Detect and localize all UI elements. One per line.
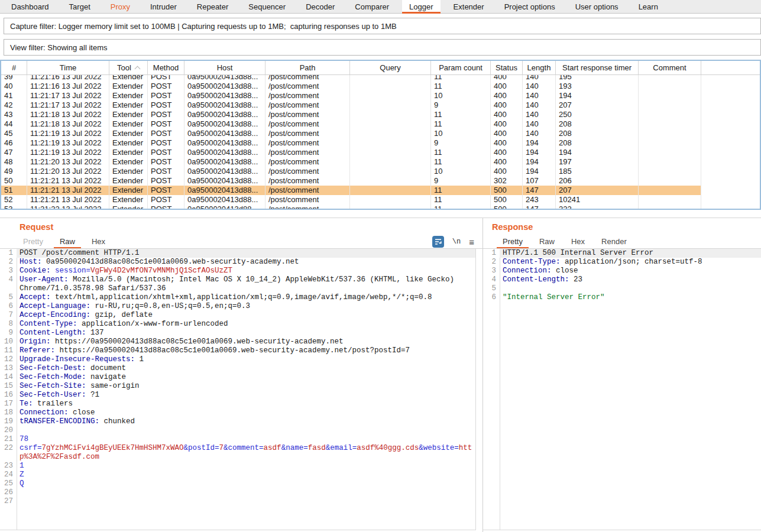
table-row[interactable]: 4811:21:20 13 Jul 2022ExtenderPOST0a9500… [1, 157, 701, 167]
column-header-path[interactable]: Path [265, 61, 350, 74]
column-header-num[interactable]: # [1, 61, 27, 74]
line-content: User-Agent: Mozilla/5.0 (Macintosh; Inte… [17, 275, 475, 293]
view-filter-bar[interactable]: View filter: Showing all items [4, 39, 761, 56]
column-header-host[interactable]: Host [184, 61, 265, 74]
tab-repeater[interactable]: Repeater [190, 0, 235, 13]
table-row[interactable]: 4711:21:19 13 Jul 2022ExtenderPOST0a9500… [1, 148, 701, 157]
response-tab-raw[interactable]: Raw [531, 235, 563, 248]
cell-method: POST [148, 138, 184, 148]
cell-query [350, 119, 431, 129]
table-row[interactable]: 5011:21:21 13 Jul 2022ExtenderPOST0a9500… [1, 176, 701, 186]
cell-param_count: 10 [431, 91, 491, 100]
line-content: Te: trailers [17, 400, 475, 408]
tab-project-options[interactable]: Project options [497, 0, 562, 13]
logger-table[interactable]: #TimeToolMethodHostPathQueryParam countS… [0, 60, 761, 210]
table-row[interactable]: 4911:21:20 13 Jul 2022ExtenderPOST0a9500… [1, 167, 701, 176]
column-header-status[interactable]: Status [491, 61, 523, 74]
response-editor[interactable]: 1HTTP/1.1 500 Internal Server Error2Cont… [483, 249, 761, 530]
table-row[interactable]: 5211:21:21 13 Jul 2022ExtenderPOST0a9500… [1, 195, 701, 205]
code-line: 13Sec-Fetch-Dest: document [0, 364, 475, 373]
tab-learn[interactable]: Learn [632, 0, 665, 13]
table-row[interactable]: 4511:21:19 13 Jul 2022ExtenderPOST0a9500… [1, 129, 701, 138]
tab-extender[interactable]: Extender [446, 0, 491, 13]
cell-method: POST [148, 157, 184, 167]
tab-decoder[interactable]: Decoder [299, 0, 342, 13]
code-line: 9Content-Length: 137 [0, 329, 475, 338]
pretty-print-icon[interactable] [432, 236, 444, 248]
column-header-param_count[interactable]: Param count [431, 61, 491, 74]
cell-status: 400 [491, 100, 523, 110]
line-number: 27 [0, 497, 17, 506]
column-header-length[interactable]: Length [523, 61, 556, 74]
line-number: 10 [0, 338, 17, 346]
cell-num: 45 [1, 129, 27, 138]
cell-start_response_timer: 197 [556, 157, 639, 167]
cell-host: 0a9500020413d88... [184, 205, 265, 209]
column-header-query[interactable]: Query [350, 61, 431, 74]
table-row[interactable]: 4411:21:18 13 Jul 2022ExtenderPOST0a9500… [1, 119, 701, 129]
cell-time: 11:21:21 13 Jul 2022 [27, 195, 109, 205]
line-number: 22 [0, 444, 17, 462]
line-content: Content-Type: application/x-www-form-url… [17, 320, 475, 329]
cell-tool: Extender [109, 75, 148, 82]
line-number: 4 [0, 275, 17, 293]
cell-host: 0a9500020413d88... [184, 176, 265, 186]
table-row[interactable]: 4311:21:18 13 Jul 2022ExtenderPOST0a9500… [1, 110, 701, 119]
response-tab-pretty[interactable]: Pretty [494, 235, 531, 248]
column-header-tool[interactable]: Tool [109, 61, 148, 74]
column-header-time[interactable]: Time [27, 61, 109, 74]
cell-start_response_timer: 206 [556, 176, 639, 186]
request-editor[interactable]: 1POST /post/comment HTTP/1.12Host: 0a950… [0, 249, 476, 530]
tab-comparer[interactable]: Comparer [348, 0, 396, 13]
cell-start_response_timer: 208 [556, 138, 639, 148]
line-number: 5 [0, 293, 17, 302]
table-row[interactable]: 3911:21:16 13 Jul 2022ExtenderPOST0a9500… [1, 75, 701, 82]
cell-host: 0a9500020413d88... [184, 148, 265, 157]
column-header-method[interactable]: Method [148, 61, 184, 74]
cell-method: POST [148, 91, 184, 100]
code-line: 3Connection: close [483, 267, 761, 275]
tab-target[interactable]: Target [62, 0, 98, 13]
line-content: Accept-Language: ru-RU,ru;q=0.8,en-US;q=… [17, 302, 475, 311]
table-row[interactable]: 4011:21:16 13 Jul 2022ExtenderPOST0a9500… [1, 82, 701, 91]
response-tab-render[interactable]: Render [593, 235, 635, 248]
column-label: Path [300, 63, 316, 72]
code-line: 1HTTP/1.1 500 Internal Server Error [483, 249, 761, 258]
table-row[interactable]: 4611:21:19 13 Jul 2022ExtenderPOST0a9500… [1, 138, 701, 148]
column-label: Method [153, 63, 179, 72]
tab-user-options[interactable]: User options [568, 0, 626, 13]
request-tab-hex[interactable]: Hex [83, 235, 114, 248]
code-line: 12Upgrade-Insecure-Requests: 1 [0, 355, 475, 364]
table-row[interactable]: 5111:21:21 13 Jul 2022ExtenderPOST0a9500… [1, 186, 701, 195]
cell-host: 0a9500020413d88... [184, 110, 265, 119]
table-row[interactable]: 5311:21:22 13 Jul 2022ExtenderPOST0a9500… [1, 205, 701, 209]
cell-time: 11:21:16 13 Jul 2022 [27, 75, 109, 82]
cell-host: 0a9500020413d88... [184, 100, 265, 110]
tab-dashboard[interactable]: Dashboard [4, 0, 56, 13]
line-number: 6 [0, 302, 17, 311]
tab-proxy[interactable]: Proxy [103, 0, 137, 13]
response-panel: Response PrettyRawHexRender 1HTTP/1.1 50… [483, 218, 761, 532]
line-content: Sec-Fetch-Dest: document [17, 364, 475, 373]
line-number: 17 [0, 400, 17, 408]
column-header-start_response_timer[interactable]: Start response timer [556, 61, 639, 74]
table-row[interactable]: 4211:21:17 13 Jul 2022ExtenderPOST0a9500… [1, 100, 701, 110]
cell-param_count: 11 [431, 205, 491, 209]
request-tab-pretty[interactable]: Pretty [15, 235, 51, 248]
response-tab-hex[interactable]: Hex [563, 235, 593, 248]
tab-intruder[interactable]: Intruder [143, 0, 184, 13]
capture-filter-bar[interactable]: Capture filter: Logger memory limit set … [4, 18, 761, 34]
line-number: 2 [0, 258, 17, 267]
cell-tool: Extender [109, 91, 148, 100]
cell-comment [639, 91, 701, 100]
column-header-comment[interactable]: Comment [639, 61, 701, 74]
table-row[interactable]: 4111:21:17 13 Jul 2022ExtenderPOST0a9500… [1, 91, 701, 100]
tab-sequencer[interactable]: Sequencer [241, 0, 293, 13]
cell-host: 0a9500020413d88... [184, 138, 265, 148]
request-tab-raw[interactable]: Raw [51, 235, 83, 248]
code-line: 1POST /post/comment HTTP/1.1 [0, 249, 475, 258]
newline-toggle-icon[interactable]: \n [452, 238, 461, 246]
cell-comment [639, 110, 701, 119]
editor-menu-icon[interactable]: ≡ [469, 238, 474, 246]
tab-logger[interactable]: Logger [402, 0, 440, 13]
